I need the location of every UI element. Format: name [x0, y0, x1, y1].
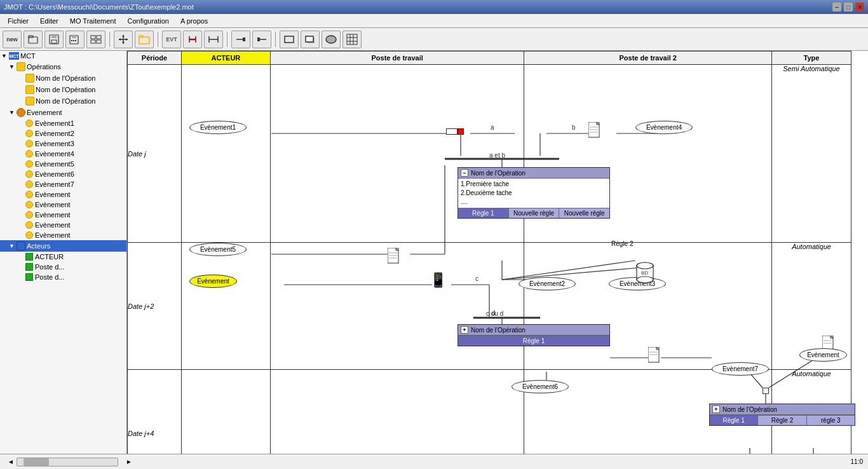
- tree-op-2[interactable]: Nom de l'Opération: [0, 84, 126, 95]
- op2-icon: [25, 85, 34, 94]
- event-button[interactable]: EVT: [162, 31, 181, 48]
- evenement1-oval[interactable]: Evènement1: [189, 121, 247, 134]
- layout-button[interactable]: [86, 31, 105, 48]
- rect-button[interactable]: [280, 31, 299, 48]
- tree-evtd[interactable]: Evènement: [0, 220, 126, 230]
- tree-acteur3[interactable]: Poste d...: [0, 272, 126, 282]
- statusbar-scrollbar[interactable]: [17, 458, 118, 466]
- svg-rect-6: [72, 36, 76, 38]
- menu-configuration[interactable]: Configuration: [123, 16, 174, 26]
- new-button[interactable]: new: [3, 31, 22, 48]
- op3-box[interactable]: + Nom de l'Opération Règle 1 Règle 2 règ…: [709, 404, 855, 426]
- acteur-cell-1: [181, 65, 270, 243]
- sq-node-op3: [763, 388, 769, 394]
- tree-evtc[interactable]: Evènement: [0, 210, 126, 220]
- minimize-button[interactable]: –: [832, 3, 841, 11]
- tree-evte[interactable]: Evènement: [0, 230, 126, 240]
- op1-rule3[interactable]: Nouvelle règle: [559, 208, 609, 218]
- tree-evt4[interactable]: Evènement4: [0, 149, 126, 159]
- op1-tasks: 1.Première tache 2.Deuxième tache ....: [458, 179, 609, 208]
- tree-acteurs[interactable]: ▼ Acteurs: [0, 240, 126, 252]
- maximize-button[interactable]: □: [844, 3, 853, 11]
- acteur1-icon: [25, 253, 33, 261]
- op2-expand[interactable]: +: [461, 326, 468, 334]
- svg-rect-7: [71, 40, 72, 41]
- move-button[interactable]: [114, 31, 133, 48]
- op1-rule2[interactable]: Nouvelle règle: [509, 208, 560, 218]
- period-1: Date j: [128, 65, 182, 243]
- mct-label: MCT: [20, 52, 36, 60]
- tree-evt2[interactable]: Evènement2: [0, 128, 126, 139]
- sync-button[interactable]: [183, 31, 202, 48]
- evenement5-oval[interactable]: Evènement5: [189, 243, 247, 256]
- tree-mct-root[interactable]: ▼ MCT MCT: [0, 51, 126, 61]
- folder2-button[interactable]: [135, 31, 154, 48]
- poste1-cell-3: [270, 370, 524, 454]
- saveas-button[interactable]: [65, 31, 85, 48]
- open-button[interactable]: [24, 31, 43, 48]
- col-periode: Période: [128, 51, 182, 65]
- svg-marker-17: [122, 42, 125, 44]
- toolbar-sep-1: [109, 32, 110, 47]
- tree-operations[interactable]: ▼ Opérations: [0, 61, 126, 72]
- grid-button[interactable]: [342, 31, 362, 48]
- connector-button[interactable]: [231, 31, 250, 48]
- evenement6-oval[interactable]: Evènement6: [512, 380, 569, 393]
- shadow-rect-button[interactable]: [301, 31, 320, 48]
- menu-apropos[interactable]: A propos: [175, 16, 213, 26]
- evenement7-oval[interactable]: Evènement7: [712, 362, 769, 376]
- tree-op-1[interactable]: Nom de l'Opération: [0, 72, 126, 84]
- evta-label: Evènement: [35, 191, 71, 198]
- tree-evtb[interactable]: Evènement: [0, 200, 126, 210]
- canvas-area[interactable]: Période ACTEUR Poste de travail Poste de…: [127, 51, 868, 454]
- tree-evt6[interactable]: Evènement6: [0, 169, 126, 179]
- col-poste1: Poste de travail: [270, 51, 524, 65]
- tree-evt5[interactable]: Evènement5: [0, 159, 126, 169]
- op3-rule2[interactable]: Règle 2: [758, 416, 806, 425]
- statusbar-thumb[interactable]: [24, 458, 49, 466]
- op1-rule1[interactable]: Règle 1: [458, 208, 509, 218]
- evt7-icon: [25, 180, 33, 188]
- tree-evenement[interactable]: ▼ Evenement: [0, 107, 126, 118]
- window-title: JMOT : C:\Users\Messouchi\Documents\ZTou…: [4, 3, 194, 11]
- evenement-yellow-oval[interactable]: Evènement: [189, 275, 237, 288]
- transition-button[interactable]: [204, 31, 223, 48]
- connector2-button[interactable]: [252, 31, 271, 48]
- op3-rule3[interactable]: règle 3: [807, 416, 855, 425]
- svg-point-53: [637, 276, 653, 283]
- save-button[interactable]: [44, 31, 64, 48]
- statusbar-left-arrow[interactable]: ◄: [5, 458, 17, 465]
- op3-expand[interactable]: +: [712, 405, 720, 413]
- op2-rule1[interactable]: Règle 1: [458, 336, 609, 346]
- evtd-icon: [25, 221, 33, 229]
- tree-op-3[interactable]: Nom de l'Opération: [0, 95, 126, 107]
- menu-editer[interactable]: Editer: [35, 16, 64, 26]
- op3-rule1[interactable]: Règle 1: [710, 416, 758, 425]
- ellipse-button[interactable]: [322, 31, 341, 48]
- tree-evt7[interactable]: Evènement7: [0, 179, 126, 189]
- evenement-poste2-row2[interactable]: Evènement: [799, 348, 847, 362]
- statusbar-right-arrow[interactable]: ►: [123, 458, 135, 465]
- op1-expand[interactable]: –: [461, 169, 468, 177]
- evtd-label: Evènement: [35, 221, 71, 229]
- titlebar-buttons[interactable]: – □ ✕: [832, 3, 864, 11]
- doc-icon-op2: [648, 347, 662, 366]
- tree-acteur1[interactable]: ACTEUR: [0, 252, 126, 262]
- tree-evt1[interactable]: Evènement1: [0, 118, 126, 128]
- evenement2-oval[interactable]: Evènement2: [519, 277, 576, 290]
- tree-evt3[interactable]: Evènement3: [0, 139, 126, 149]
- evt2-label: Evènement2: [35, 130, 74, 137]
- op2-box[interactable]: + Nom de l'Opération Règle 1: [458, 324, 610, 346]
- op1-box[interactable]: – Nom de l'Opération 1.Première tache 2.…: [458, 167, 610, 219]
- evenement4-oval[interactable]: Evènement4: [635, 121, 693, 134]
- evt1-icon: [25, 119, 33, 127]
- menu-mo-traitement[interactable]: MO Traitement: [65, 16, 121, 26]
- op1-label: Nom de l'Opération: [36, 74, 95, 82]
- menu-fichier[interactable]: Fichier: [3, 16, 34, 26]
- col-type: Type: [772, 51, 851, 65]
- close-button[interactable]: ✕: [855, 3, 864, 11]
- ops-folder-icon: [17, 62, 25, 71]
- doc-icon-evt5: [388, 248, 402, 267]
- tree-evta[interactable]: Evènement: [0, 189, 126, 200]
- tree-acteur2[interactable]: Poste d...: [0, 262, 126, 272]
